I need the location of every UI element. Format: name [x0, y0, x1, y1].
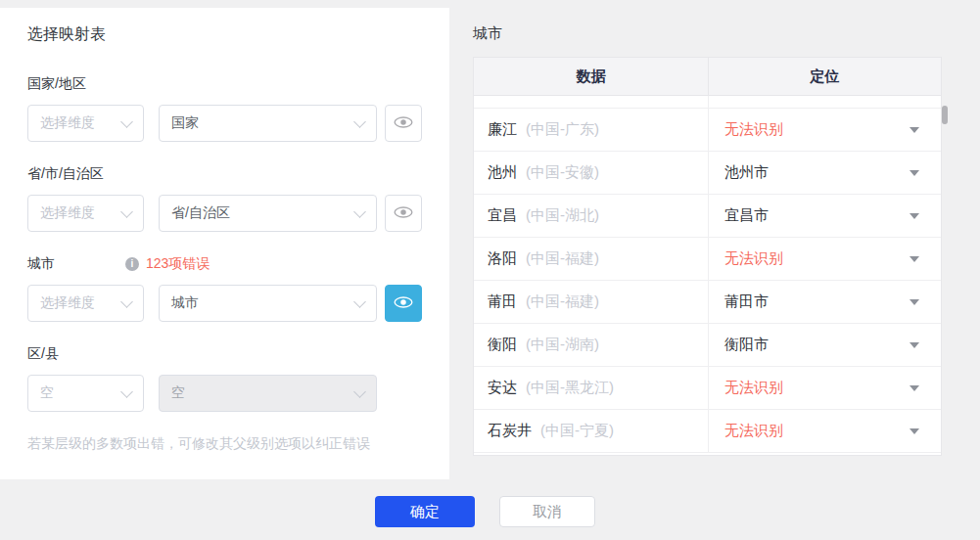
location-select[interactable]: 无法识别 [709, 367, 941, 409]
mapping-config-panel: 选择映射表 国家/地区 选择维度 国家 [0, 8, 449, 479]
city-dimension-select[interactable]: 选择维度 [27, 285, 144, 322]
chevron-down-icon [120, 295, 133, 308]
province-field-select[interactable]: 省/自治区 [159, 195, 377, 232]
location-select[interactable]: 衡阳市 [709, 324, 941, 366]
location-value: 衡阳市 [724, 336, 769, 354]
district-dimension-value: 空 [40, 384, 54, 402]
city-name: 安达 [488, 379, 517, 397]
field-group-province: 省/市/自治区 选择维度 省/自治区 [27, 164, 449, 232]
location-value: 无法识别 [724, 120, 783, 139]
info-icon: i [125, 257, 139, 271]
country-label: 国家/地区 [27, 75, 86, 93]
field-group-city: 城市 i 123项错误 选择维度 城市 [27, 254, 449, 322]
table-row: 石炭井 (中国-宁夏) 无法识别 [474, 410, 941, 453]
panel-title: 选择映射表 [27, 23, 449, 45]
location-select[interactable]: 无法识别 [709, 109, 941, 151]
city-name: 池州 [488, 163, 517, 182]
city-region: (中国-福建) [526, 249, 599, 268]
location-value: 莆田市 [724, 292, 769, 311]
eye-icon [394, 295, 413, 312]
city-region: (中国-湖南) [526, 336, 599, 354]
table-title: 城市 [473, 24, 502, 43]
caret-down-icon [910, 385, 919, 391]
confirm-button[interactable]: 确定 [375, 496, 475, 527]
cancel-button[interactable]: 取消 [499, 496, 595, 527]
city-region: (中国-宁夏) [540, 422, 614, 440]
table-row: 宜昌 (中国-湖北) 宜昌市 [474, 195, 941, 238]
location-select[interactable]: 池州市 [709, 152, 941, 194]
province-dimension-select[interactable]: 选择维度 [27, 195, 144, 232]
table-header-row: 数据 定位 [474, 58, 941, 96]
caret-down-icon [910, 256, 919, 262]
city-name: 洛阳 [488, 249, 517, 268]
location-value: 池州市 [724, 163, 769, 182]
table-row-partial-top [474, 96, 941, 109]
location-select[interactable]: 无法识别 [709, 238, 941, 280]
table-row: 莆田 (中国-福建) 莆田市 [474, 281, 941, 324]
district-dimension-select[interactable]: 空 [27, 375, 144, 412]
table-row: 洛阳 (中国-福建) 无法识别 [474, 238, 941, 281]
table-scrollbar-thumb[interactable] [942, 106, 948, 124]
district-field-select-disabled: 空 [159, 375, 377, 412]
field-group-country: 国家/地区 选择维度 国家 [27, 74, 449, 142]
caret-down-icon [910, 170, 919, 176]
location-value: 无法识别 [724, 249, 783, 268]
table-row: 廉江 (中国-广东) 无法识别 [474, 109, 941, 152]
chevron-down-icon [353, 295, 366, 308]
column-header-location: 定位 [709, 58, 941, 95]
chevron-down-icon [120, 115, 133, 128]
location-select[interactable]: 莆田市 [709, 281, 941, 323]
eye-icon [394, 115, 413, 132]
caret-down-icon [910, 127, 919, 133]
eye-icon [394, 205, 413, 222]
country-dimension-select[interactable]: 选择维度 [27, 105, 144, 142]
chevron-down-icon [353, 115, 366, 128]
correction-hint-text: 若某层级的多数项出错，可修改其父级别选项以纠正错误 [27, 435, 449, 453]
location-value: 无法识别 [724, 379, 783, 397]
caret-down-icon [910, 299, 919, 305]
city-visibility-button-active[interactable] [385, 285, 422, 322]
chevron-down-icon [353, 385, 366, 398]
city-name: 衡阳 [488, 336, 517, 354]
caret-down-icon [910, 342, 919, 348]
province-visibility-button[interactable] [385, 195, 422, 232]
chevron-down-icon [120, 385, 133, 398]
country-field-value: 国家 [171, 114, 199, 132]
city-name: 廉江 [488, 120, 517, 139]
caret-down-icon [910, 428, 919, 434]
city-region: (中国-广东) [526, 120, 599, 139]
field-group-district: 区/县 空 空 [27, 344, 449, 412]
city-mapping-table: 数据 定位 廉江 (中国-广东) 无法识别 池州 (中国-安徽) 池州市 [473, 57, 942, 456]
province-field-value: 省/自治区 [171, 204, 230, 222]
country-visibility-button[interactable] [385, 105, 422, 142]
location-select[interactable]: 无法识别 [709, 410, 941, 452]
chevron-down-icon [120, 205, 133, 218]
city-field-value: 城市 [171, 294, 199, 312]
city-region: (中国-黑龙江) [526, 379, 614, 397]
city-region: (中国-福建) [526, 292, 599, 311]
city-name: 宜昌 [488, 206, 517, 225]
city-region: (中国-湖北) [526, 206, 599, 225]
table-row: 池州 (中国-安徽) 池州市 [474, 152, 941, 195]
mapping-dialog: 选择映射表 国家/地区 选择维度 国家 [0, 0, 980, 540]
city-name: 莆田 [488, 292, 517, 311]
city-field-select[interactable]: 城市 [159, 285, 377, 322]
district-label: 区/县 [27, 345, 59, 363]
city-name: 石炭井 [488, 422, 532, 440]
city-error-badge: i 123项错误 [125, 255, 210, 273]
district-field-value: 空 [171, 384, 185, 402]
city-dimension-value: 选择维度 [40, 294, 95, 312]
table-row: 衡阳 (中国-湖南) 衡阳市 [474, 324, 941, 367]
table-row: 安达 (中国-黑龙江) 无法识别 [474, 367, 941, 410]
province-dimension-value: 选择维度 [40, 204, 95, 222]
country-dimension-value: 选择维度 [40, 114, 95, 132]
location-value: 宜昌市 [724, 206, 769, 225]
chevron-down-icon [353, 205, 366, 218]
caret-down-icon [910, 213, 919, 219]
location-select[interactable]: 宜昌市 [709, 195, 941, 237]
city-error-count: 123项错误 [146, 255, 210, 273]
city-region: (中国-安徽) [526, 163, 599, 182]
location-value: 无法识别 [724, 422, 783, 440]
country-field-select[interactable]: 国家 [159, 105, 377, 142]
province-label: 省/市/自治区 [27, 165, 104, 183]
